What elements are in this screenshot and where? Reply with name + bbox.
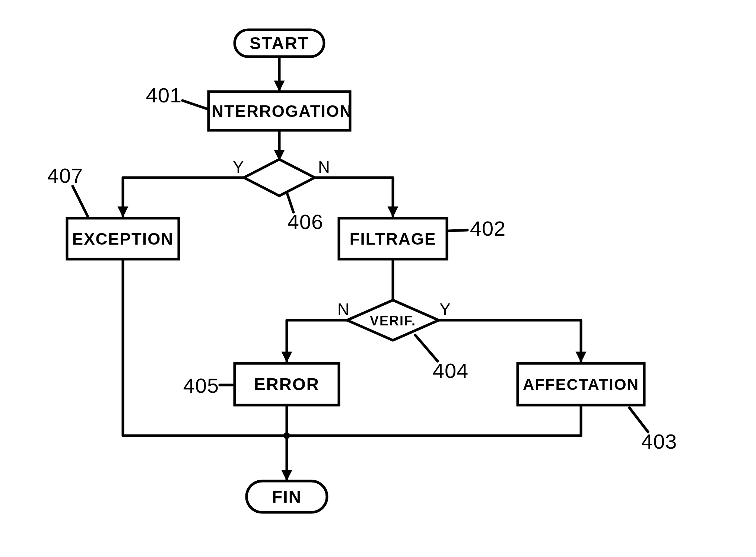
edge-affectation-merge xyxy=(287,405,581,436)
verif-node: VERIF. xyxy=(347,300,439,340)
verif-yes: Y xyxy=(439,300,450,318)
decision-ex-ref-leader xyxy=(288,194,293,212)
verif-no: N xyxy=(337,300,349,318)
decision-ex-ref: 406 xyxy=(288,210,323,233)
affectation-ref: 403 xyxy=(641,430,677,453)
edge-decision-exception xyxy=(123,178,246,216)
filtrage-node: FILTRAGE xyxy=(339,218,447,259)
fin-label: FIN xyxy=(272,487,302,506)
error-node: ERROR xyxy=(235,363,339,405)
affectation-ref-leader xyxy=(629,408,648,432)
interrogation-node: INTERROGATION xyxy=(206,92,352,130)
decision-ex-node xyxy=(244,159,315,196)
start-node: START xyxy=(235,30,324,57)
interrogation-ref-leader xyxy=(182,101,207,109)
error-label: ERROR xyxy=(254,375,320,394)
edge-decision-filtrage xyxy=(313,178,393,216)
edge-verif-error xyxy=(287,320,349,361)
decision-ex-yes: Y xyxy=(233,158,244,176)
interrogation-label: INTERROGATION xyxy=(206,102,352,120)
edge-verif-affectation xyxy=(436,320,581,361)
affectation-node: AFFECTATION xyxy=(518,363,644,405)
flowchart: Y N N Y START INTERROGATION 401 406 EXCE… xyxy=(0,0,756,557)
decision-ex-no: N xyxy=(318,158,330,176)
merge-junction xyxy=(283,432,290,439)
verif-ref-leader xyxy=(415,335,438,361)
verif-label: VERIF. xyxy=(370,313,416,328)
edge-exception-merge xyxy=(123,259,287,436)
filtrage-label: FILTRAGE xyxy=(350,230,436,248)
fin-node: FIN xyxy=(247,481,327,512)
interrogation-ref: 401 xyxy=(146,83,182,107)
start-label: START xyxy=(250,34,309,53)
filtrage-ref: 402 xyxy=(470,217,506,240)
exception-node: EXCEPTION xyxy=(67,218,179,259)
exception-ref: 407 xyxy=(47,164,83,187)
exception-label: EXCEPTION xyxy=(72,230,174,248)
affectation-label: AFFECTATION xyxy=(523,376,639,393)
error-ref: 405 xyxy=(183,374,219,397)
filtrage-ref-leader xyxy=(449,230,467,231)
exception-ref-leader xyxy=(73,186,88,216)
